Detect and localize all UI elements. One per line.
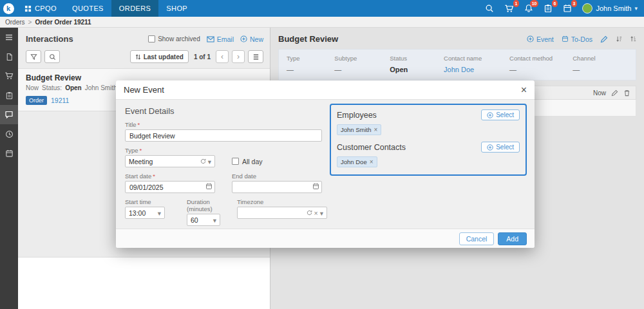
calendar-rail-icon[interactable] [0,144,18,163]
list-view-button[interactable] [248,50,263,63]
tasks-badge: 6 [552,0,558,7]
contacts-section-title: Customer Contacts [337,143,406,152]
duration-value: 60 [191,216,198,224]
search-icon[interactable] [485,4,494,13]
employee-tag-label: John Smith [341,126,372,133]
breadcrumb-root[interactable]: Orders [5,19,25,26]
sort-label: Last updated [144,53,184,61]
remove-tag-icon[interactable]: × [370,158,374,165]
col-channel: Channel [573,55,628,62]
title-field-label: Title* [125,121,326,128]
required-marker: * [138,121,140,128]
nav-cpqo[interactable]: CPQO [17,0,64,17]
grid-icon [24,5,32,12]
chevron-down-icon: ▾ [158,209,161,217]
interaction-user: John Smith [85,84,117,91]
feed-item-time: Now [593,89,606,97]
all-day-checkbox[interactable] [232,158,239,165]
prev-page-button[interactable]: ‹ [216,50,229,63]
app-logo[interactable]: k [0,0,17,17]
new-interaction-button[interactable]: New [240,35,263,43]
show-archived-checkbox[interactable] [148,35,155,42]
type-select[interactable]: Meeting ▾ [125,155,215,167]
chevron-down-icon: ▾ [320,209,323,217]
refresh-icon[interactable] [200,158,206,164]
order-type-badge: Order [26,96,47,105]
sort-descending-icon[interactable] [616,35,622,42]
refresh-icon[interactable] [307,210,312,216]
sort-ascending-icon[interactable] [630,35,636,42]
history-clock-icon[interactable] [0,124,18,144]
cancel-button[interactable]: Cancel [459,232,495,245]
contacts-select-label: Select [496,144,514,151]
start-time-select[interactable]: 13:00 ▾ [125,207,165,219]
search-list-button[interactable] [44,50,60,63]
required-marker: * [153,173,155,180]
edit-pencil-icon[interactable] [600,35,608,43]
chevron-left-icon: ‹ [221,52,223,61]
timezone-label: Timezone [237,198,327,205]
all-day-toggle[interactable]: All day [232,155,263,167]
user-menu[interactable]: John Smith ▾ [582,3,638,14]
contacts-select-button[interactable]: Select [481,142,520,153]
end-date-input[interactable] [232,181,322,193]
remove-tag-icon[interactable]: × [374,126,378,133]
interaction-time: Now [26,84,39,91]
employees-select-label: Select [496,111,514,118]
filter-button[interactable] [26,50,41,63]
val-contact-name[interactable]: John Doe [444,66,509,73]
duration-select[interactable]: 60 ▾ [187,214,220,226]
sort-button[interactable]: Last updated [130,50,189,63]
employee-tag: John Smith × [337,124,381,135]
add-button[interactable]: Add [498,232,527,245]
feed-edit-pencil-icon[interactable] [611,89,618,97]
timezone-select[interactable]: × ▾ [237,207,327,219]
chevron-down-icon: ▾ [634,5,638,12]
nav-orders[interactable]: ORDERS [111,0,158,17]
col-status: Status [390,55,444,62]
feed-delete-trash-icon[interactable] [623,89,630,97]
plus-circle-icon [240,35,247,42]
events-icon[interactable]: 3 [563,4,572,13]
employees-select-button[interactable]: Select [481,109,520,120]
order-number-link[interactable]: 19211 [51,97,69,104]
nav-cpqo-label: CPQO [35,5,57,12]
nav-quotes[interactable]: QUOTES [64,0,111,17]
nav-quotes-label: QUOTES [72,5,104,12]
calendar-icon[interactable] [312,183,319,190]
next-page-button[interactable]: › [232,50,245,63]
menu-icon[interactable] [0,28,18,47]
clipboard-icon[interactable] [0,86,18,105]
notifications-bell-icon[interactable]: 10 [524,4,533,13]
duration-label: Duration (minutes) [187,198,220,212]
magnifier-icon [49,53,56,61]
chevron-right-icon: › [237,52,240,61]
add-event-button[interactable]: Event [527,35,554,43]
interactions-title: Interactions [26,34,73,44]
cart-rail-icon[interactable] [0,66,18,86]
cart-icon[interactable]: 1 [504,4,514,14]
start-date-input[interactable] [125,181,215,193]
col-type: Type [287,55,334,62]
tasks-icon[interactable]: 6 [544,4,553,13]
email-button[interactable]: Email [207,35,234,43]
title-input[interactable] [125,129,322,142]
start-date-label: Start date* [125,173,215,180]
todos-button[interactable]: To-Dos [562,35,592,43]
event-label: Event [536,35,554,43]
all-day-label: All day [242,158,263,165]
nav-shop[interactable]: SHOP [158,0,195,17]
clear-x-icon[interactable]: × [314,209,318,217]
close-icon[interactable]: × [521,85,527,95]
status-label: Status: [42,84,62,91]
event-details-section-title: Event Details [125,106,326,116]
contact-tag-label: John Doe [341,158,367,165]
show-archived-toggle[interactable]: Show archived [148,35,200,42]
end-date-label: End date [232,173,322,180]
app-logo-mark: k [3,3,14,14]
chevron-down-icon: ▾ [208,158,211,165]
interactions-chat-icon[interactable] [0,105,18,124]
modal-title: New Event [124,85,164,95]
calendar-icon[interactable] [205,183,213,190]
document-icon[interactable] [0,47,18,66]
